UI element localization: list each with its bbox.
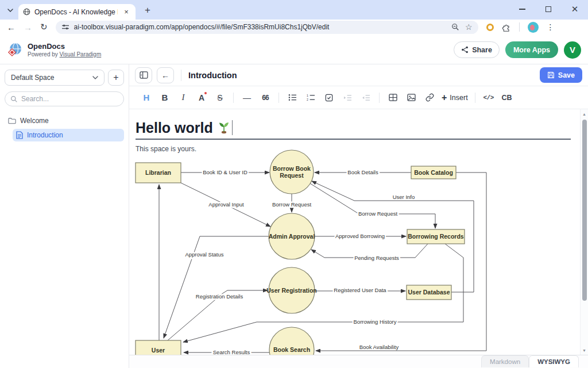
search-input[interactable] (21, 95, 118, 103)
bookmark-star-icon[interactable]: ☆ (465, 22, 473, 32)
account-avatar[interactable]: V (564, 41, 581, 59)
font-color-button[interactable]: A (194, 90, 209, 105)
task-list-button[interactable] (322, 90, 336, 105)
save-button[interactable]: Save (540, 67, 582, 83)
sidebar: Default Space + Welcome Introduction (0, 64, 129, 368)
folder-icon (8, 117, 16, 124)
minimize-icon (519, 9, 525, 9)
scroll-down-icon[interactable]: ▼ (582, 347, 586, 354)
search-box[interactable] (5, 91, 124, 106)
scrollbar-thumb[interactable] (582, 120, 587, 301)
tab-strip: OpenDocs - AI Knowledge Base × + ✕ (0, 0, 588, 20)
bold-button[interactable]: B (157, 90, 172, 105)
browser-window: OpenDocs - AI Knowledge Base × + ✕ ← → ↻… (0, 0, 588, 368)
italic-button[interactable]: I (176, 90, 191, 105)
powered-by: Powered by Visual Paradigm (28, 51, 101, 57)
more-apps-button[interactable]: More Apps (505, 41, 558, 58)
tab-close-icon[interactable]: × (122, 7, 131, 17)
horizontal-rule-button[interactable]: — (239, 90, 254, 105)
link-icon (425, 93, 434, 102)
flow-label: Approval Status (185, 251, 223, 258)
close-button[interactable]: ✕ (562, 0, 588, 18)
maximize-icon (546, 6, 551, 12)
sidebar-item-welcome[interactable]: Welcome (5, 114, 124, 127)
address-bar[interactable]: ai-toolbox.visual-paradigm.com/app/opend… (56, 21, 478, 34)
sidebar-item-introduction[interactable]: Introduction (13, 129, 124, 141)
insert-button[interactable]: +Insert (442, 93, 468, 103)
share-button[interactable]: Share (454, 41, 500, 58)
share-icon (461, 46, 469, 53)
visual-paradigm-link[interactable]: Visual Paradigm (60, 51, 102, 57)
node-book-search: Book Search (269, 327, 314, 355)
indent-icon (343, 94, 352, 101)
toggle-sidebar-button[interactable] (135, 67, 152, 83)
header-divider (181, 70, 181, 81)
flow-edge (310, 183, 435, 228)
indent-button[interactable] (340, 90, 355, 105)
maximize-button[interactable] (535, 0, 562, 18)
back-button[interactable]: ← (157, 67, 174, 83)
table-icon (389, 94, 397, 101)
chevron-down-icon (92, 76, 98, 79)
flow-label: Approval Input (208, 201, 244, 208)
node-admin-approval: Admin Approval (269, 213, 315, 259)
strikethrough-button[interactable]: S (212, 90, 227, 105)
space-selector[interactable]: Default Space (5, 70, 105, 86)
profile-avatar[interactable] (528, 22, 539, 33)
forward-button[interactable]: → (24, 22, 32, 32)
document-page[interactable]: Hello world This space is yours. (129, 109, 580, 355)
node-user-registration: User Registration (266, 267, 317, 313)
panel-collapse-icon (140, 71, 148, 79)
browser-menu-icon[interactable]: ⋮ (547, 22, 555, 32)
formatting-toolbar: H B I A S — 66 12 (129, 86, 588, 109)
editor-statusbar: Markdown WYSIWYG (129, 355, 588, 368)
svg-text:2: 2 (307, 98, 308, 101)
link-button[interactable] (422, 90, 437, 105)
editor-panel: ← Introduction Save H B I A S — 66 (129, 64, 588, 368)
markdown-mode-button[interactable]: Markdown (481, 355, 529, 367)
blockquote-button[interactable]: 66 (258, 90, 273, 105)
dfd-diagram[interactable]: LibrarianBorrow BookRequestBook CatalogA… (132, 148, 579, 355)
extension-badge-icon[interactable] (486, 24, 494, 31)
vertical-scrollbar[interactable]: ▲ ▼ (580, 109, 588, 355)
scroll-up-icon[interactable]: ▲ (582, 110, 586, 117)
outdent-button[interactable] (358, 90, 373, 105)
node-user-database: User Database (407, 285, 451, 300)
image-button[interactable] (404, 90, 419, 105)
extensions-puzzle-icon[interactable] (502, 22, 511, 32)
reload-button[interactable]: ↻ (40, 22, 48, 32)
add-space-button[interactable]: + (108, 70, 124, 86)
url-text: ai-toolbox.visual-paradigm.com/app/opend… (74, 23, 447, 31)
scrollbar-track[interactable] (581, 117, 588, 347)
tree-item-label: Introduction (27, 131, 63, 139)
toolbar-divider (519, 22, 520, 32)
code-block-button[interactable]: CB (500, 90, 514, 105)
wysiwyg-mode-button[interactable]: WYSIWYG (529, 355, 579, 367)
browser-toolbar: ← → ↻ ai-toolbox.visual-paradigm.com/app… (0, 20, 588, 36)
svg-text:Book Catalog: Book Catalog (414, 169, 453, 176)
new-tab-button[interactable]: + (140, 3, 155, 18)
close-icon: ✕ (571, 4, 579, 14)
browser-tab[interactable]: OpenDocs - AI Knowledge Base × (18, 4, 136, 20)
document-heading: Hello world (136, 120, 571, 140)
search-icon (10, 95, 18, 103)
flow-label: Pending Requests (354, 255, 399, 261)
minimize-button[interactable] (509, 0, 535, 18)
tree-item-label: Welcome (20, 117, 49, 125)
svg-text:User: User (152, 347, 165, 354)
svg-text:Borrowing Records: Borrowing Records (408, 233, 464, 240)
flow-label: Borrowing History (354, 319, 397, 325)
back-button[interactable]: ← (7, 22, 16, 32)
checkbox-icon (325, 94, 333, 102)
app-header: OpenDocs Powered by Visual Paradigm Shar… (0, 36, 588, 64)
ordered-list-button[interactable]: 12 (303, 90, 318, 105)
bullet-list-button[interactable] (285, 90, 300, 105)
window-controls: ✕ (509, 0, 588, 20)
site-info-icon[interactable] (61, 24, 69, 30)
inline-code-button[interactable]: </> (481, 90, 496, 105)
heading-button[interactable]: H (139, 90, 154, 105)
table-button[interactable] (385, 90, 400, 105)
tab-search-button[interactable] (4, 4, 17, 17)
zoom-out-icon[interactable] (451, 23, 459, 31)
app-title: OpenDocs (28, 42, 101, 51)
